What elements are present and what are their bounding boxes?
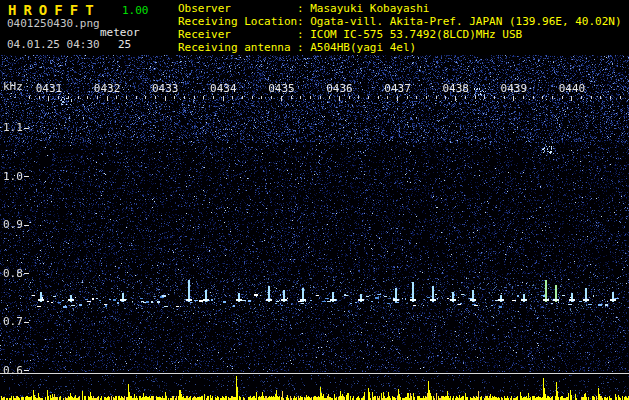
y-tick-label: 0.6 bbox=[3, 364, 23, 377]
y-tick-label: 1.1 bbox=[3, 121, 23, 134]
y-tick-label: 0.9 bbox=[3, 218, 23, 231]
y-tick-label: 0.7 bbox=[3, 315, 23, 328]
info-value: Ogata-vill. Akita-Pref. JAPAN (139.96E, … bbox=[310, 15, 621, 28]
info-separator: : bbox=[297, 41, 310, 54]
output-filename: 0401250430.png bbox=[7, 17, 100, 30]
x-tick-label: 0438 bbox=[442, 82, 469, 95]
spectrogram-canvas bbox=[0, 55, 629, 400]
header-info: Observer: Masayuki KobayashiReceiving Lo… bbox=[178, 2, 622, 54]
x-tick-label: 0440 bbox=[559, 82, 586, 95]
info-separator: : bbox=[297, 2, 310, 15]
app-version: 1.00 bbox=[122, 4, 149, 17]
info-row-receiving-location: Receiving Location: Ogata-vill. Akita-Pr… bbox=[178, 15, 622, 28]
info-label: Receiver bbox=[178, 28, 297, 41]
echo-count: 25 bbox=[118, 38, 131, 51]
info-value: A504HB(yagi 4el) bbox=[310, 41, 416, 54]
plot-area: kHz 043104320433043404350436043704380439… bbox=[0, 55, 629, 400]
info-row-observer: Observer: Masayuki Kobayashi bbox=[178, 2, 622, 15]
x-tick-label: 0431 bbox=[36, 82, 63, 95]
x-tick-label: 0432 bbox=[94, 82, 121, 95]
x-tick-label: 0437 bbox=[384, 82, 411, 95]
info-label: Receiving antenna bbox=[178, 41, 297, 54]
app-title: HROFFT bbox=[8, 2, 101, 18]
x-tick-label: 0436 bbox=[326, 82, 353, 95]
header: HROFFT 1.00 0401250430.png meteor 04.01.… bbox=[0, 0, 629, 55]
date-time-label: 04.01.25 04:30 bbox=[7, 38, 100, 51]
info-separator: : bbox=[297, 15, 310, 28]
x-tick-label: 0439 bbox=[501, 82, 528, 95]
info-row-receiver: Receiver: ICOM IC-575 53.7492(8LCD)MHz U… bbox=[178, 28, 622, 41]
x-tick-label: 0434 bbox=[210, 82, 237, 95]
x-tick-label: 0435 bbox=[268, 82, 295, 95]
info-separator: : bbox=[297, 28, 310, 41]
info-value: ICOM IC-575 53.7492(8LCD)MHz USB bbox=[310, 28, 522, 41]
info-value: Masayuki Kobayashi bbox=[310, 2, 429, 15]
info-label: Observer bbox=[178, 2, 297, 15]
x-tick-label: 0433 bbox=[152, 82, 179, 95]
y-tick-label: 1.0 bbox=[3, 170, 23, 183]
y-tick-label: 0.8 bbox=[3, 267, 23, 280]
y-axis-unit-label: kHz bbox=[3, 80, 23, 93]
info-label: Receiving Location bbox=[178, 15, 297, 28]
info-row-receiving-antenna: Receiving antenna: A504HB(yagi 4el) bbox=[178, 41, 622, 54]
hrofft-output: HROFFT 1.00 0401250430.png meteor 04.01.… bbox=[0, 0, 629, 400]
